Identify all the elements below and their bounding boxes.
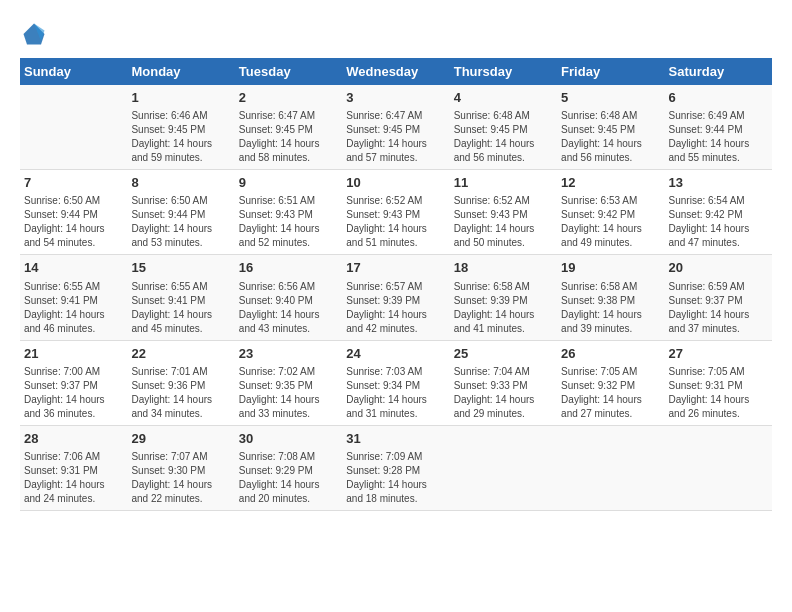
col-sunday: Sunday (20, 58, 127, 85)
day-number: 3 (346, 89, 445, 107)
calendar-cell: 19Sunrise: 6:58 AMSunset: 9:38 PMDayligh… (557, 255, 664, 340)
calendar-cell (450, 425, 557, 510)
day-info: Sunrise: 7:06 AMSunset: 9:31 PMDaylight:… (24, 450, 123, 506)
calendar-cell: 2Sunrise: 6:47 AMSunset: 9:45 PMDaylight… (235, 85, 342, 170)
day-number: 7 (24, 174, 123, 192)
day-number: 9 (239, 174, 338, 192)
day-number: 20 (669, 259, 768, 277)
calendar-cell: 1Sunrise: 6:46 AMSunset: 9:45 PMDaylight… (127, 85, 234, 170)
calendar-cell: 12Sunrise: 6:53 AMSunset: 9:42 PMDayligh… (557, 170, 664, 255)
week-row-3: 14Sunrise: 6:55 AMSunset: 9:41 PMDayligh… (20, 255, 772, 340)
calendar-cell: 5Sunrise: 6:48 AMSunset: 9:45 PMDaylight… (557, 85, 664, 170)
day-info: Sunrise: 7:05 AMSunset: 9:31 PMDaylight:… (669, 365, 768, 421)
day-info: Sunrise: 6:54 AMSunset: 9:42 PMDaylight:… (669, 194, 768, 250)
day-number: 16 (239, 259, 338, 277)
day-number: 15 (131, 259, 230, 277)
calendar-cell: 29Sunrise: 7:07 AMSunset: 9:30 PMDayligh… (127, 425, 234, 510)
day-info: Sunrise: 7:02 AMSunset: 9:35 PMDaylight:… (239, 365, 338, 421)
day-info: Sunrise: 7:05 AMSunset: 9:32 PMDaylight:… (561, 365, 660, 421)
calendar-cell: 22Sunrise: 7:01 AMSunset: 9:36 PMDayligh… (127, 340, 234, 425)
day-number: 8 (131, 174, 230, 192)
day-number: 6 (669, 89, 768, 107)
calendar-cell: 30Sunrise: 7:08 AMSunset: 9:29 PMDayligh… (235, 425, 342, 510)
day-number: 30 (239, 430, 338, 448)
logo-icon (20, 20, 48, 48)
calendar-cell: 7Sunrise: 6:50 AMSunset: 9:44 PMDaylight… (20, 170, 127, 255)
day-number: 5 (561, 89, 660, 107)
page-header (20, 20, 772, 48)
col-friday: Friday (557, 58, 664, 85)
day-number: 21 (24, 345, 123, 363)
day-info: Sunrise: 7:03 AMSunset: 9:34 PMDaylight:… (346, 365, 445, 421)
calendar-cell: 23Sunrise: 7:02 AMSunset: 9:35 PMDayligh… (235, 340, 342, 425)
calendar-cell (557, 425, 664, 510)
day-info: Sunrise: 6:52 AMSunset: 9:43 PMDaylight:… (346, 194, 445, 250)
day-info: Sunrise: 6:47 AMSunset: 9:45 PMDaylight:… (239, 109, 338, 165)
header-row: Sunday Monday Tuesday Wednesday Thursday… (20, 58, 772, 85)
week-row-2: 7Sunrise: 6:50 AMSunset: 9:44 PMDaylight… (20, 170, 772, 255)
calendar-cell: 3Sunrise: 6:47 AMSunset: 9:45 PMDaylight… (342, 85, 449, 170)
day-info: Sunrise: 6:46 AMSunset: 9:45 PMDaylight:… (131, 109, 230, 165)
day-info: Sunrise: 6:47 AMSunset: 9:45 PMDaylight:… (346, 109, 445, 165)
day-number: 2 (239, 89, 338, 107)
day-number: 29 (131, 430, 230, 448)
calendar-cell: 24Sunrise: 7:03 AMSunset: 9:34 PMDayligh… (342, 340, 449, 425)
day-info: Sunrise: 7:07 AMSunset: 9:30 PMDaylight:… (131, 450, 230, 506)
day-info: Sunrise: 7:09 AMSunset: 9:28 PMDaylight:… (346, 450, 445, 506)
day-number: 13 (669, 174, 768, 192)
day-number: 22 (131, 345, 230, 363)
day-info: Sunrise: 6:52 AMSunset: 9:43 PMDaylight:… (454, 194, 553, 250)
day-info: Sunrise: 7:01 AMSunset: 9:36 PMDaylight:… (131, 365, 230, 421)
day-info: Sunrise: 6:48 AMSunset: 9:45 PMDaylight:… (454, 109, 553, 165)
day-info: Sunrise: 6:50 AMSunset: 9:44 PMDaylight:… (131, 194, 230, 250)
day-info: Sunrise: 6:56 AMSunset: 9:40 PMDaylight:… (239, 280, 338, 336)
day-number: 31 (346, 430, 445, 448)
calendar-cell: 17Sunrise: 6:57 AMSunset: 9:39 PMDayligh… (342, 255, 449, 340)
calendar-table: Sunday Monday Tuesday Wednesday Thursday… (20, 58, 772, 511)
day-info: Sunrise: 6:58 AMSunset: 9:39 PMDaylight:… (454, 280, 553, 336)
col-tuesday: Tuesday (235, 58, 342, 85)
logo (20, 20, 52, 48)
day-number: 26 (561, 345, 660, 363)
calendar-cell: 16Sunrise: 6:56 AMSunset: 9:40 PMDayligh… (235, 255, 342, 340)
day-number: 25 (454, 345, 553, 363)
calendar-cell: 9Sunrise: 6:51 AMSunset: 9:43 PMDaylight… (235, 170, 342, 255)
calendar-cell: 6Sunrise: 6:49 AMSunset: 9:44 PMDaylight… (665, 85, 772, 170)
calendar-cell: 15Sunrise: 6:55 AMSunset: 9:41 PMDayligh… (127, 255, 234, 340)
day-number: 19 (561, 259, 660, 277)
day-info: Sunrise: 6:49 AMSunset: 9:44 PMDaylight:… (669, 109, 768, 165)
day-info: Sunrise: 6:48 AMSunset: 9:45 PMDaylight:… (561, 109, 660, 165)
week-row-5: 28Sunrise: 7:06 AMSunset: 9:31 PMDayligh… (20, 425, 772, 510)
day-number: 10 (346, 174, 445, 192)
day-number: 11 (454, 174, 553, 192)
col-wednesday: Wednesday (342, 58, 449, 85)
calendar-header: Sunday Monday Tuesday Wednesday Thursday… (20, 58, 772, 85)
day-info: Sunrise: 6:50 AMSunset: 9:44 PMDaylight:… (24, 194, 123, 250)
day-number: 1 (131, 89, 230, 107)
col-monday: Monday (127, 58, 234, 85)
col-saturday: Saturday (665, 58, 772, 85)
calendar-cell: 13Sunrise: 6:54 AMSunset: 9:42 PMDayligh… (665, 170, 772, 255)
day-info: Sunrise: 7:08 AMSunset: 9:29 PMDaylight:… (239, 450, 338, 506)
day-number: 24 (346, 345, 445, 363)
week-row-4: 21Sunrise: 7:00 AMSunset: 9:37 PMDayligh… (20, 340, 772, 425)
calendar-cell: 11Sunrise: 6:52 AMSunset: 9:43 PMDayligh… (450, 170, 557, 255)
day-info: Sunrise: 7:04 AMSunset: 9:33 PMDaylight:… (454, 365, 553, 421)
calendar-cell: 21Sunrise: 7:00 AMSunset: 9:37 PMDayligh… (20, 340, 127, 425)
calendar-cell: 25Sunrise: 7:04 AMSunset: 9:33 PMDayligh… (450, 340, 557, 425)
calendar-cell: 28Sunrise: 7:06 AMSunset: 9:31 PMDayligh… (20, 425, 127, 510)
day-info: Sunrise: 6:51 AMSunset: 9:43 PMDaylight:… (239, 194, 338, 250)
calendar-cell: 31Sunrise: 7:09 AMSunset: 9:28 PMDayligh… (342, 425, 449, 510)
day-info: Sunrise: 6:57 AMSunset: 9:39 PMDaylight:… (346, 280, 445, 336)
day-number: 4 (454, 89, 553, 107)
day-info: Sunrise: 7:00 AMSunset: 9:37 PMDaylight:… (24, 365, 123, 421)
calendar-cell: 10Sunrise: 6:52 AMSunset: 9:43 PMDayligh… (342, 170, 449, 255)
day-number: 23 (239, 345, 338, 363)
calendar-cell: 20Sunrise: 6:59 AMSunset: 9:37 PMDayligh… (665, 255, 772, 340)
day-number: 12 (561, 174, 660, 192)
calendar-cell: 8Sunrise: 6:50 AMSunset: 9:44 PMDaylight… (127, 170, 234, 255)
calendar-cell: 26Sunrise: 7:05 AMSunset: 9:32 PMDayligh… (557, 340, 664, 425)
day-info: Sunrise: 6:55 AMSunset: 9:41 PMDaylight:… (131, 280, 230, 336)
day-number: 28 (24, 430, 123, 448)
day-number: 17 (346, 259, 445, 277)
